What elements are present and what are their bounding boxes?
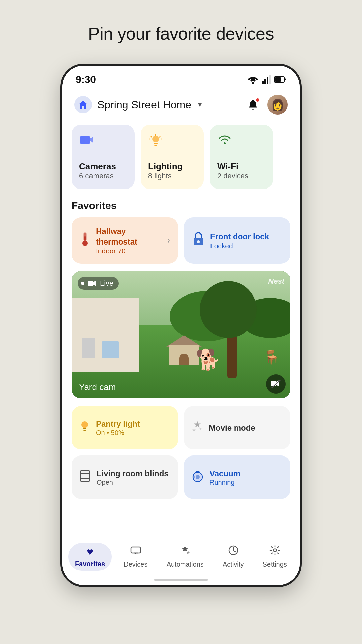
notification-bell[interactable] [245,97,261,112]
camera-scene: 🐕 🪑 [72,271,290,398]
wifi-signal-icon [247,75,259,84]
notification-dot [255,98,260,102]
svg-rect-8 [80,136,90,144]
blinds-sub: Open [97,479,169,486]
nav-item-settings[interactable]: Settings [256,542,294,571]
bottom-favorites-row1: Pantry light On • 50% Movie mode [72,406,290,449]
svg-rect-39 [131,547,140,553]
fav-card-thermostat[interactable]: Hallway thermostat Indoor 70 › [72,217,178,264]
nest-badge: Nest [268,277,284,286]
svg-point-0 [252,82,254,84]
home-name: Spring Street Home [97,99,191,111]
category-card-cameras[interactable]: Cameras 6 cameras [72,125,135,189]
svg-rect-3 [267,77,268,84]
svg-rect-4 [269,75,271,84]
outdoor-furniture: 🪑 [263,349,280,365]
dog: 🐕 [196,348,221,372]
avatar[interactable]: 👩 [267,95,288,115]
favorites-nav-icon: ♥ [87,546,93,558]
home-indicator-bar [154,579,208,581]
cameras-sub: 6 cameras [79,172,127,180]
video-camera-icon [88,280,97,287]
bottom-card-vacuum[interactable]: Vacuum Running [184,455,290,499]
thermostat-icon [80,232,90,249]
svg-marker-9 [90,136,93,143]
category-card-wifi[interactable]: Wi-Fi 2 devices [210,125,273,189]
svg-rect-26 [271,381,276,386]
lighting-sub: 8 lights [148,172,196,180]
bottom-card-movie[interactable]: Movie mode [184,406,290,449]
wifi-icon [217,133,265,149]
phone-frame: 9:30 [60,64,302,587]
favorites-row: Hallway thermostat Indoor 70 › Front doo… [72,217,290,264]
bottom-card-blinds[interactable]: Living room blinds Open [72,455,178,499]
thermostat-name: Hallway thermostat [96,226,162,247]
lighting-name: Lighting [148,161,196,172]
movie-name: Movie mode [209,423,255,433]
blinds-icon [79,470,91,485]
header-actions: 👩 [245,95,288,115]
automations-nav-label: Automations [167,560,204,568]
cell-signal-icon [262,75,271,84]
lock-name: Front door lock [210,231,282,242]
svg-rect-7 [275,77,281,82]
settings-nav-label: Settings [263,560,287,568]
wifi-sub: 2 devices [217,172,265,180]
svg-rect-11 [154,143,158,144]
bottom-favorites-row2: Living room blinds Open Vacuum Running [72,455,290,499]
devices-nav-label: Devices [124,560,147,568]
wifi-name: Wi-Fi [217,161,265,172]
svg-rect-20 [84,236,86,240]
category-row: Cameras 6 cameras [72,121,290,189]
lock-icon [192,232,205,249]
bottom-card-pantry[interactable]: Pantry light On • 50% [72,406,178,449]
cameras-name: Cameras [79,161,127,172]
camera-feed[interactable]: 🐕 🪑 Live Nest Yard cam [72,271,290,398]
svg-rect-24 [88,281,93,286]
svg-rect-12 [154,145,157,146]
battery-icon [274,76,286,83]
home-icon [78,100,88,109]
svg-point-21 [82,240,88,246]
status-time: 9:30 [76,74,96,85]
lighting-icon [148,133,196,151]
blinds-name: Living room blinds [97,468,169,479]
live-dot [81,282,84,285]
home-indicator [62,574,300,585]
settings-nav-icon [269,545,280,558]
automations-nav-icon [180,545,190,558]
nav-item-devices[interactable]: Devices [117,542,154,571]
chevron-down-icon: ▾ [198,100,202,109]
status-bar: 9:30 [62,66,300,89]
lock-status: Locked [210,242,282,250]
pantry-sub: On • 50% [96,429,140,437]
category-card-lighting[interactable]: Lighting 8 lights [141,125,204,189]
nav-item-favorites[interactable]: ♥ Favorites [68,543,112,571]
camera-label: Yard cam [79,382,116,392]
camera-mute-button[interactable] [266,374,286,394]
activity-nav-icon [228,545,239,558]
vacuum-icon [191,470,204,485]
svg-rect-31 [83,430,86,431]
movie-mode-icon [191,420,203,435]
pantry-light-icon [79,420,90,436]
svg-rect-1 [262,81,264,84]
pantry-name: Pantry light [96,419,140,429]
svg-rect-2 [264,79,266,84]
house-wall [72,298,139,372]
svg-marker-25 [93,281,96,286]
nav-item-automations[interactable]: Automations [160,542,210,571]
svg-line-16 [159,136,160,137]
svg-point-43 [273,549,276,552]
tree-top [200,281,257,338]
header: Spring Street Home ▾ 👩 [62,89,300,121]
devices-nav-icon [130,545,141,558]
home-selector[interactable]: Spring Street Home ▾ [74,96,202,113]
nav-item-activity[interactable]: Activity [216,542,250,571]
vacuum-sub: Running [209,479,240,486]
dog-house-body [169,345,199,365]
fav-card-lock[interactable]: Front door lock Locked [184,217,290,264]
svg-point-29 [81,421,88,428]
thermostat-status: Indoor 70 [96,247,162,255]
page-title: Pin your favorite devices [88,23,274,44]
